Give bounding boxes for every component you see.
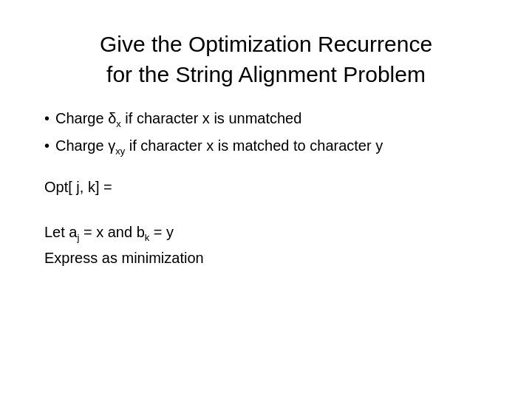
bullet-dot-1: • — [44, 107, 50, 129]
title-block: Give the Optimization Recurrence for the… — [37, 30, 495, 89]
opt-text: Opt[ j, k] = — [44, 176, 495, 198]
subscript-xy: xy — [115, 146, 125, 157]
bullet-dot-2: • — [44, 134, 50, 157]
bullet-list: • Charge δx if character x is unmatched … — [37, 107, 495, 161]
bullet-content-1: Charge δx if character x is unmatched — [55, 107, 495, 132]
opt-section: Opt[ j, k] = — [37, 176, 495, 198]
slide-container: Give the Optimization Recurrence for the… — [0, 0, 532, 399]
let-line-1: Let aj = x and bk = y — [44, 220, 495, 246]
bullet-content-2: Charge γxy if character x is matched to … — [55, 134, 495, 159]
subscript-j: j — [77, 232, 79, 243]
slide-title: Give the Optimization Recurrence for the… — [37, 30, 495, 89]
let-line-2: Express as minimization — [44, 246, 495, 270]
subscript-k: k — [145, 232, 150, 243]
bullet-item-1: • Charge δx if character x is unmatched — [44, 107, 495, 132]
let-section: Let aj = x and bk = y Express as minimiz… — [37, 220, 495, 270]
subscript-x: x — [116, 118, 121, 129]
bullet-item-2: • Charge γxy if character x is matched t… — [44, 134, 495, 159]
